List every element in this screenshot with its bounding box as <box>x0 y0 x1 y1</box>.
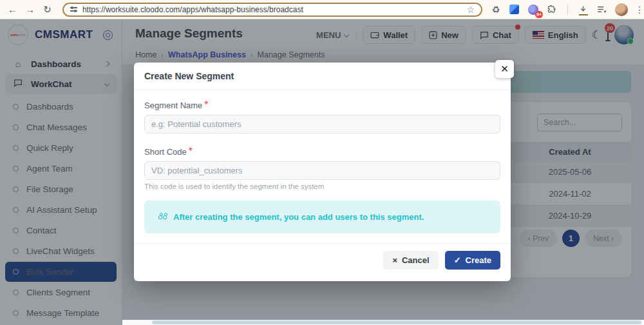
extension-badge: 9+ <box>535 11 543 18</box>
cancel-label: Cancel <box>402 255 430 265</box>
create-label: Create <box>466 255 491 265</box>
blue-extension-icon[interactable] <box>509 4 520 15</box>
segment-name-group: Segment Name* <box>144 99 500 133</box>
close-icon[interactable]: ✕ <box>495 60 514 78</box>
downloads-icon[interactable] <box>578 4 589 15</box>
purple-extension-icon[interactable]: 9+ <box>527 4 539 15</box>
browser-toolbar: ← → ↻ https://worksuite.cloodo.com/apps/… <box>0 0 644 19</box>
segment-name-field[interactable] <box>144 115 500 133</box>
site-settings-icon[interactable] <box>70 7 77 11</box>
required-asterisk: * <box>204 99 208 110</box>
short-code-label: Short Code <box>144 147 187 157</box>
modal-footer: × Cancel ✓ Create <box>134 243 511 277</box>
horizontal-scrollbar <box>122 320 644 325</box>
recycle-extension-icon[interactable]: ♻ <box>490 4 502 15</box>
extension-strip: ♻ 9+ ⋮ <box>490 3 644 16</box>
modal-body: Segment Name* Short Code* This code is u… <box>134 90 511 233</box>
segment-name-label: Segment Name <box>144 101 202 110</box>
create-button[interactable]: ✓ Create <box>445 251 500 270</box>
scrollbar-thumb[interactable] <box>152 320 641 324</box>
reading-list-icon[interactable] <box>596 4 608 15</box>
create-segment-modal: ✕ Create New Segment Segment Name* Short… <box>134 63 511 281</box>
short-code-helper-text: This code is used to identify the segmen… <box>144 182 500 190</box>
address-bar[interactable]: https://worksuite.cloodo.com/apps/whatsa… <box>62 3 482 17</box>
users-icon <box>158 215 167 219</box>
modal-title: Create New Segment <box>134 63 511 90</box>
browser-back-icon[interactable]: ← <box>4 4 21 15</box>
cancel-button[interactable]: × Cancel <box>383 251 438 270</box>
segment-info-text: After creating the segment, you can add … <box>173 212 424 222</box>
puzzle-extensions-icon[interactable] <box>546 4 558 15</box>
x-icon: × <box>392 255 397 265</box>
toolbar-divider <box>567 5 568 15</box>
short-code-field[interactable] <box>144 161 500 180</box>
bookmark-star-icon[interactable]: ☆ <box>466 5 475 15</box>
url-text[interactable]: https://worksuite.cloodo.com/apps/whatsa… <box>82 5 462 14</box>
browser-profile-avatar[interactable] <box>615 3 628 16</box>
check-icon: ✓ <box>454 255 461 265</box>
browser-menu-icon[interactable]: ⋮ <box>635 5 644 15</box>
short-code-group: Short Code* This code is used to identif… <box>144 146 500 190</box>
app-viewport: cmsmart CMSMART ⌂ Dashboards WorkChat <box>0 19 644 325</box>
browser-reload-icon[interactable]: ↻ <box>39 4 56 15</box>
required-asterisk: * <box>189 146 193 157</box>
segment-info-box: After creating the segment, you can add … <box>144 201 500 233</box>
browser-forward-icon[interactable]: → <box>21 4 39 15</box>
